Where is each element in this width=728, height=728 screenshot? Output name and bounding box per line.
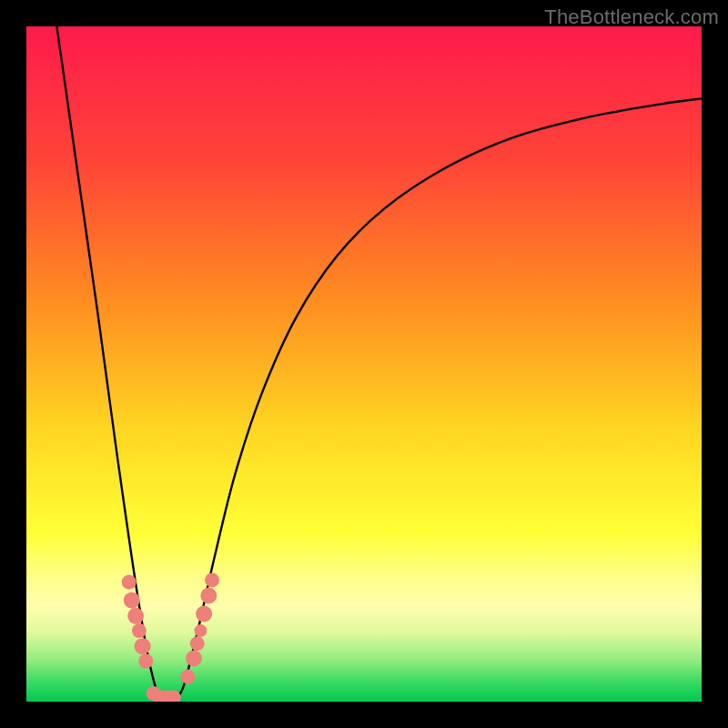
data-marker bbox=[196, 606, 212, 622]
plot-area bbox=[26, 26, 702, 702]
data-marker bbox=[122, 575, 136, 590]
data-marker bbox=[200, 588, 217, 604]
data-marker bbox=[190, 636, 205, 651]
curve-layer bbox=[26, 26, 702, 702]
data-marker bbox=[205, 572, 219, 587]
data-marker bbox=[127, 608, 144, 624]
data-marker bbox=[180, 670, 195, 684]
data-marker bbox=[135, 638, 151, 654]
watermark-text: TheBottleneck.com bbox=[544, 5, 719, 29]
data-marker bbox=[124, 592, 140, 609]
chart-frame: TheBottleneck.com bbox=[0, 0, 728, 728]
bottleneck-curve bbox=[56, 26, 702, 701]
data-marker bbox=[132, 623, 147, 638]
data-marker bbox=[194, 624, 207, 637]
data-marker bbox=[186, 651, 202, 667]
data-marker bbox=[138, 653, 153, 668]
